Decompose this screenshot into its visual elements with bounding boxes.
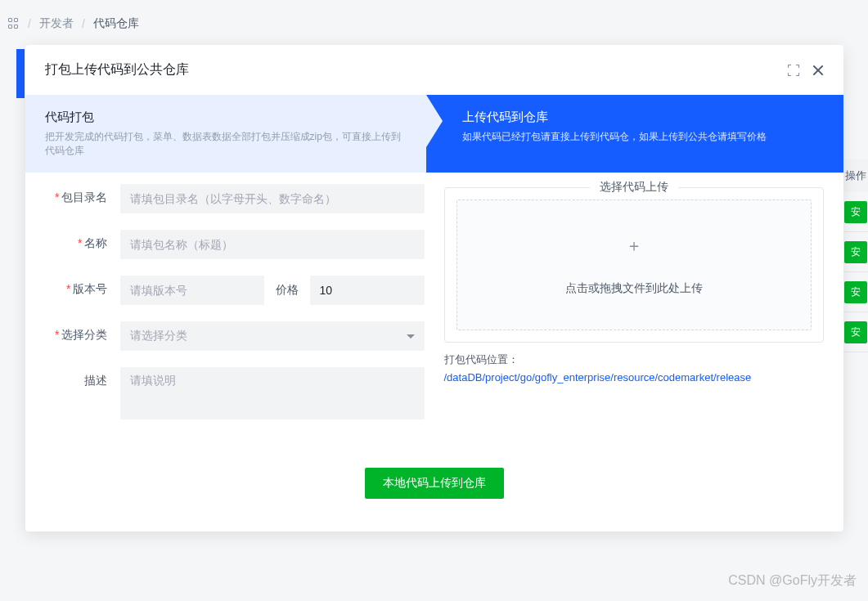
chevron-down-icon	[407, 334, 415, 339]
upload-modal: 打包上传代码到公共仓库 代码打包 把开发完成的代码打包，菜单、数据表数据全部打包…	[25, 45, 843, 531]
step-title: 代码打包	[45, 110, 407, 125]
path-value[interactable]: /dataDB/project/go/gofly_enterprise/reso…	[444, 371, 824, 383]
modal-overlay: 打包上传代码到公共仓库 代码打包 把开发完成的代码打包，菜单、数据表数据全部打包…	[0, 0, 868, 601]
upload-hint: 点击或拖拽文件到此处上传	[565, 281, 703, 296]
dir-input[interactable]	[120, 184, 425, 213]
upload-fieldset: 选择代码上传 ＋ 点击或拖拽文件到此处上传	[444, 187, 824, 343]
step-package[interactable]: 代码打包 把开发完成的代码打包，菜单、数据表数据全部打包并压缩成zip包，可直接…	[25, 95, 426, 173]
path-label: 打包代码位置：	[444, 352, 824, 367]
step-title: 上传代码到仓库	[462, 110, 824, 125]
category-placeholder: 请选择分类	[130, 329, 187, 343]
plus-icon: ＋	[626, 235, 642, 257]
steps-bar: 代码打包 把开发完成的代码打包，菜单、数据表数据全部打包并压缩成zip包，可直接…	[25, 95, 843, 173]
fullscreen-icon[interactable]	[788, 65, 799, 76]
category-label: 选择分类	[45, 321, 120, 343]
price-label: 价格	[264, 283, 310, 298]
modal-header: 打包上传代码到公共仓库	[25, 45, 843, 95]
upload-legend: 选择代码上传	[590, 180, 678, 195]
step-upload[interactable]: 上传代码到仓库 如果代码已经打包请直接上传到代码仓，如果上传到公共仓请填写价格	[426, 95, 843, 173]
name-input[interactable]	[120, 230, 425, 259]
category-select[interactable]: 请选择分类	[120, 321, 425, 351]
close-icon[interactable]	[812, 65, 824, 76]
version-label: 版本号	[45, 276, 120, 297]
price-input[interactable]	[310, 276, 425, 305]
upload-panel: 选择代码上传 ＋ 点击或拖拽文件到此处上传 打包代码位置： /dataDB/pr…	[444, 184, 824, 438]
step-desc: 如果代码已经打包请直接上传到代码仓，如果上传到公共仓请填写价格	[462, 130, 824, 144]
desc-textarea[interactable]	[120, 367, 425, 419]
name-label: 名称	[45, 230, 120, 251]
desc-label: 描述	[45, 367, 120, 388]
version-input[interactable]	[120, 276, 264, 305]
form-panel: 包目录名 名称 版本号 价格 选择分类	[45, 184, 425, 438]
submit-button[interactable]: 本地代码上传到仓库	[365, 468, 504, 499]
step-desc: 把开发完成的代码打包，菜单、数据表数据全部打包并压缩成zip包，可直接上传到代码…	[45, 130, 407, 158]
modal-title: 打包上传代码到公共仓库	[45, 61, 189, 78]
upload-dropzone[interactable]: ＋ 点击或拖拽文件到此处上传	[456, 200, 812, 330]
dir-label: 包目录名	[45, 184, 120, 205]
